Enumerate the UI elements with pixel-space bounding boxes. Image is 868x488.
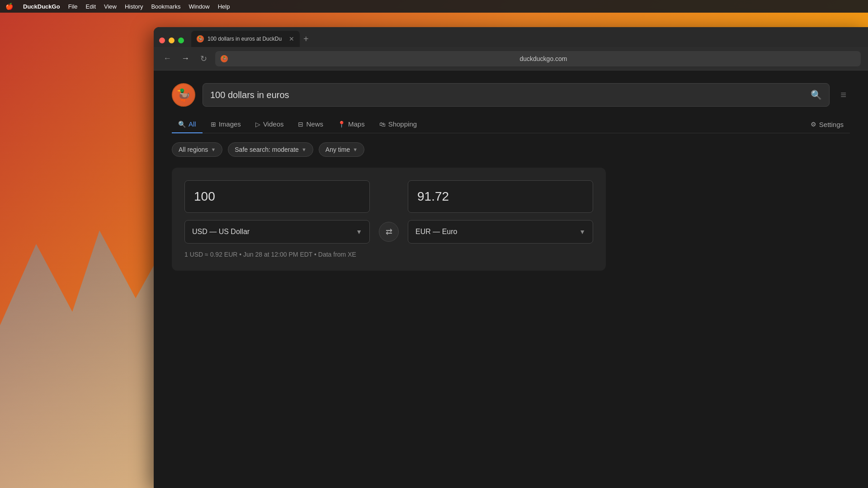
- close-tab-button[interactable]: ✕: [289, 35, 294, 42]
- tab-maps-label: Maps: [348, 120, 365, 128]
- new-tab-button[interactable]: +: [302, 34, 311, 44]
- filter-bar: All regions ▼ Safe search: moderate ▼ An…: [172, 142, 850, 157]
- from-amount-input[interactable]: [194, 189, 360, 204]
- search-container: 🦆 🔍 ≡: [172, 83, 850, 107]
- forward-button[interactable]: →: [179, 52, 192, 65]
- to-currency-select[interactable]: EUR — Euro ▼: [408, 220, 593, 244]
- images-icon: ⊞: [211, 121, 216, 128]
- tab-shopping-label: Shopping: [388, 120, 417, 128]
- filter-safe-search-label: Safe search: moderate: [235, 146, 299, 153]
- chevron-down-icon: ▼: [353, 147, 358, 152]
- window-controls: [159, 38, 184, 43]
- menubar-history[interactable]: History: [125, 3, 143, 10]
- tab-videos-label: Videos: [263, 120, 284, 128]
- browser-toolbar: ← → ↻ 🦆 duckduckgo.com: [154, 47, 868, 70]
- menubar-app-name[interactable]: DuckDuckGo: [23, 3, 60, 10]
- tab-shopping[interactable]: 🛍 Shopping: [373, 116, 423, 133]
- tab-favicon: [197, 35, 204, 42]
- from-amount-field[interactable]: [184, 180, 370, 213]
- filter-time[interactable]: Any time ▼: [319, 142, 364, 157]
- tab-maps[interactable]: 📍 Maps: [331, 116, 371, 133]
- active-tab[interactable]: 100 dollars in euros at DuckDu ✕: [191, 31, 300, 47]
- chevron-down-icon: ▼: [579, 228, 585, 235]
- shopping-icon: 🛍: [379, 121, 386, 128]
- menubar-bookmarks[interactable]: Bookmarks: [151, 3, 180, 10]
- address-favicon: 🦆: [221, 55, 228, 62]
- menubar-window[interactable]: Window: [189, 3, 209, 10]
- to-amount-input[interactable]: [417, 189, 584, 204]
- fullscreen-window-button[interactable]: [178, 38, 184, 43]
- minimize-window-button[interactable]: [169, 38, 175, 43]
- search-icon[interactable]: 🔍: [811, 89, 822, 100]
- rate-info: 1 USD ≈ 0.92 EUR • Jun 28 at 12:00 PM ED…: [184, 251, 593, 258]
- swap-currencies-button[interactable]: ⇄: [379, 222, 399, 242]
- reload-button[interactable]: ↻: [197, 52, 210, 65]
- address-text: duckduckgo.com: [231, 55, 855, 62]
- tab-images-label: Images: [219, 120, 241, 128]
- ddg-logo: 🦆: [172, 83, 195, 107]
- from-currency-wrap: USD — US Dollar ▼: [184, 220, 370, 244]
- nav-tabs: 🔍 All ⊞ Images ▷ Videos ⊟ News 📍 Maps 🛍: [172, 116, 850, 133]
- chevron-down-icon: ▼: [356, 228, 362, 235]
- from-currency-label: USD — US Dollar: [192, 228, 356, 236]
- settings-label: Settings: [819, 121, 844, 128]
- menubar-view[interactable]: View: [104, 3, 117, 10]
- currency-converter: USD — US Dollar ▼ ⇄ EUR — Euro ▼ 1 USD ≈…: [172, 168, 606, 271]
- close-window-button[interactable]: [159, 38, 165, 43]
- menubar: 🍎 DuckDuckGo File Edit View History Book…: [0, 0, 868, 13]
- filter-regions-label: All regions: [179, 146, 208, 153]
- apple-menu[interactable]: 🍎: [5, 3, 13, 10]
- to-currency-label: EUR — Euro: [415, 228, 579, 236]
- converter-input-row: [184, 180, 593, 213]
- chevron-down-icon: ▼: [302, 147, 307, 152]
- settings-icon: ⚙: [811, 121, 816, 128]
- menubar-file[interactable]: File: [68, 3, 78, 10]
- tab-bar: 100 dollars in euros at DuckDu ✕ +: [154, 27, 868, 47]
- from-currency-select[interactable]: USD — US Dollar ▼: [184, 220, 370, 244]
- menu-icon[interactable]: ≡: [837, 85, 850, 104]
- filter-time-label: Any time: [326, 146, 350, 153]
- search-bar[interactable]: 🔍: [203, 83, 830, 107]
- tab-settings[interactable]: ⚙ Settings: [804, 116, 850, 133]
- page-content: 🦆 🔍 ≡ 🔍 All ⊞ Images ▷ Videos ⊟: [154, 70, 868, 488]
- converter-select-row: USD — US Dollar ▼ ⇄ EUR — Euro ▼: [184, 220, 593, 244]
- news-icon: ⊟: [298, 121, 303, 128]
- maps-icon: 📍: [338, 121, 345, 128]
- search-input[interactable]: [210, 90, 811, 100]
- tab-title: 100 dollars in euros at DuckDu: [208, 36, 285, 42]
- address-bar[interactable]: 🦆 duckduckgo.com: [215, 51, 861, 66]
- to-currency-wrap: EUR — Euro ▼: [408, 220, 593, 244]
- browser-window: 100 dollars in euros at DuckDu ✕ + ← → ↻…: [154, 27, 868, 488]
- menubar-edit[interactable]: Edit: [86, 3, 96, 10]
- all-icon: 🔍: [178, 121, 186, 128]
- tab-images[interactable]: ⊞ Images: [204, 116, 247, 133]
- videos-icon: ▷: [255, 121, 260, 128]
- to-input-wrap: [408, 180, 593, 213]
- from-input-wrap: [184, 180, 370, 213]
- back-button[interactable]: ←: [161, 52, 174, 65]
- filter-regions[interactable]: All regions ▼: [172, 142, 222, 157]
- tab-all-label: All: [189, 120, 196, 128]
- chevron-down-icon: ▼: [211, 147, 216, 152]
- to-amount-field: [408, 180, 593, 213]
- tab-news-label: News: [306, 120, 323, 128]
- filter-safe-search[interactable]: Safe search: moderate ▼: [228, 142, 313, 157]
- tab-videos[interactable]: ▷ Videos: [249, 116, 290, 133]
- menubar-help[interactable]: Help: [218, 3, 230, 10]
- tab-news[interactable]: ⊟ News: [292, 116, 330, 133]
- tab-all[interactable]: 🔍 All: [172, 116, 203, 133]
